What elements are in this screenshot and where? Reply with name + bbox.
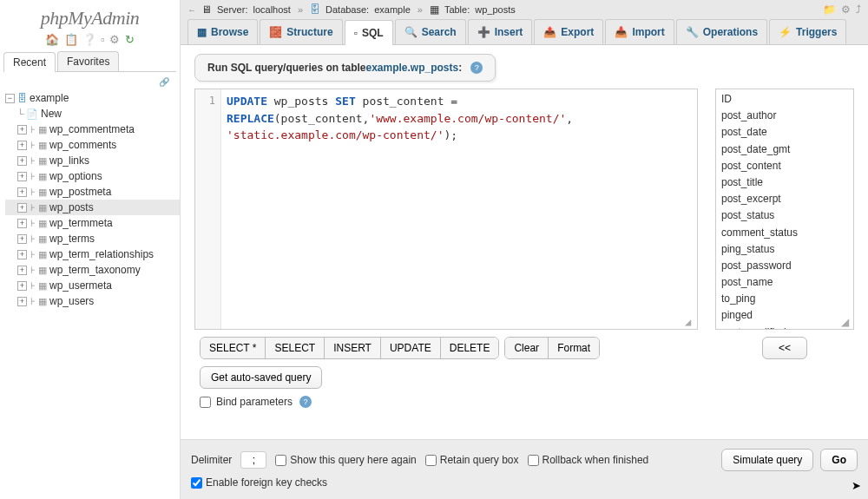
home-icon[interactable]: 🏠 xyxy=(45,33,59,46)
expand-icon[interactable]: + xyxy=(17,250,27,259)
sql-tool-buttons: Clear Format xyxy=(504,337,600,359)
bc-gear-icon[interactable]: ⚙ xyxy=(841,3,851,16)
side-tab-favorites[interactable]: Favorites xyxy=(57,51,119,71)
tree-line: ⊦ xyxy=(30,187,36,198)
editor-code[interactable]: UPDATE wp_posts SET post_content = REPLA… xyxy=(221,89,697,329)
tab-browse[interactable]: ▦Browse xyxy=(187,19,258,44)
help-sidebar-icon[interactable]: ❔ xyxy=(82,33,96,46)
tree-table[interactable]: +⊦▦wp_links xyxy=(5,153,180,168)
expand-icon[interactable]: + xyxy=(17,203,27,213)
column-option[interactable]: ping_status xyxy=(721,241,848,258)
retain-checkbox[interactable] xyxy=(425,455,437,466)
tab-structure[interactable]: 🧱Structure xyxy=(260,19,342,44)
tree-table-label: wp_comments xyxy=(49,139,116,151)
column-option[interactable]: comment_status xyxy=(721,225,848,241)
show-again-checkbox[interactable] xyxy=(275,455,286,466)
tab-insert[interactable]: ➕Insert xyxy=(468,19,533,44)
expand-icon[interactable]: + xyxy=(17,234,27,244)
bind-params-checkbox[interactable] xyxy=(200,397,211,408)
column-option[interactable]: post_author xyxy=(721,108,848,124)
exit-icon[interactable]: 📋 xyxy=(64,33,78,46)
tree-table[interactable]: +⊦▦wp_postmeta xyxy=(5,184,180,200)
bc-back-icon[interactable]: ← xyxy=(187,5,196,15)
column-option[interactable]: post_status xyxy=(721,207,848,224)
column-insert-button[interactable]: << xyxy=(762,337,807,359)
table-icon: ▦ xyxy=(38,187,47,198)
help-icon[interactable]: ? xyxy=(470,62,483,74)
columns-list[interactable]: IDpost_authorpost_datepost_date_gmtpost_… xyxy=(715,89,854,330)
column-option[interactable]: post_content xyxy=(721,158,848,174)
column-option[interactable]: post_password xyxy=(721,258,848,274)
simulate-button[interactable]: Simulate query xyxy=(721,449,813,471)
tree-table[interactable]: +⊦▦wp_comments xyxy=(5,137,180,153)
bc-table[interactable]: wp_posts xyxy=(475,4,515,15)
resize-handle-icon[interactable]: ◢ xyxy=(841,317,852,327)
table-icon: ▦ xyxy=(38,155,47,167)
query-header-target[interactable]: example.wp_posts xyxy=(365,62,458,74)
tree-table[interactable]: +⊦▦wp_termmeta xyxy=(5,215,180,231)
gear-icon[interactable]: ⚙ xyxy=(109,33,120,46)
tree-table[interactable]: +⊦▦wp_term_relationships xyxy=(5,246,180,262)
expand-icon[interactable]: + xyxy=(17,187,27,197)
select-button[interactable]: SELECT xyxy=(266,338,325,358)
tree-table[interactable]: +⊦▦wp_terms xyxy=(5,231,180,246)
rollback-checkbox[interactable] xyxy=(528,455,539,466)
reload-icon[interactable]: ↻ xyxy=(125,33,135,46)
auto-saved-button[interactable]: Get auto-saved query xyxy=(200,366,322,389)
link-icon[interactable]: 🔗 xyxy=(0,77,180,87)
collapse-icon[interactable]: − xyxy=(5,94,15,103)
tree-new[interactable]: └ 📄 New xyxy=(5,106,180,121)
expand-icon[interactable]: + xyxy=(17,125,27,135)
expand-icon[interactable]: + xyxy=(17,172,27,181)
table-icon: ▦ xyxy=(38,124,47,135)
content: Run SQL query/queries on table example.w… xyxy=(181,45,868,439)
expand-icon[interactable]: + xyxy=(17,281,27,291)
bc-star-icon[interactable]: 📁 xyxy=(823,3,836,16)
tab-label: SQL xyxy=(362,27,384,39)
column-option[interactable]: to_ping xyxy=(721,291,848,307)
column-option[interactable]: post_modified xyxy=(721,325,848,330)
expand-icon[interactable]: + xyxy=(17,219,27,228)
column-option[interactable]: post_date xyxy=(721,124,848,141)
column-option[interactable]: post_title xyxy=(721,174,848,191)
select-star-button[interactable]: SELECT * xyxy=(201,338,266,358)
column-option[interactable]: post_excerpt xyxy=(721,191,848,207)
column-option[interactable]: post_date_gmt xyxy=(721,141,848,158)
column-option[interactable]: ID xyxy=(721,91,848,108)
expand-icon[interactable]: + xyxy=(17,141,27,150)
tab-search[interactable]: 🔍Search xyxy=(395,19,466,44)
tab-sql[interactable]: ▫SQL xyxy=(345,20,393,45)
format-button[interactable]: Format xyxy=(549,338,599,358)
delimiter-input[interactable] xyxy=(240,451,266,469)
column-option[interactable]: post_name xyxy=(721,274,848,291)
tree-table[interactable]: +⊦▦wp_posts xyxy=(5,200,180,215)
insert-button[interactable]: INSERT xyxy=(325,338,381,358)
expand-icon[interactable]: + xyxy=(17,297,27,306)
expand-icon[interactable]: + xyxy=(17,156,27,166)
bc-server[interactable]: localhost xyxy=(253,4,290,15)
sql-sidebar-icon[interactable]: ▫ xyxy=(101,33,105,46)
clear-button[interactable]: Clear xyxy=(505,338,549,358)
help-icon[interactable]: ? xyxy=(299,396,312,408)
go-button[interactable]: Go xyxy=(820,449,858,471)
delete-button[interactable]: DELETE xyxy=(441,338,499,358)
fk-checkbox[interactable] xyxy=(191,477,202,489)
side-tab-recent[interactable]: Recent xyxy=(3,52,56,72)
expand-icon[interactable]: + xyxy=(17,266,27,275)
tree-table[interactable]: +⊦▦wp_users xyxy=(5,293,180,309)
tab-triggers[interactable]: ⚡Triggers xyxy=(769,19,846,44)
sql-editor[interactable]: 1 UPDATE wp_posts SET post_content = REP… xyxy=(194,89,698,330)
tree-table[interactable]: +⊦▦wp_options xyxy=(5,168,180,184)
tree-db[interactable]: − 🗄 example xyxy=(5,90,180,106)
tree-table[interactable]: +⊦▦wp_term_taxonomy xyxy=(5,262,180,278)
tab-import[interactable]: 📥Import xyxy=(605,19,674,44)
tab-operations[interactable]: 🔧Operations xyxy=(676,19,767,44)
tree-table[interactable]: +⊦▦wp_commentmeta xyxy=(5,121,180,137)
resize-handle-icon[interactable]: ◢ xyxy=(685,317,695,327)
bc-db[interactable]: example xyxy=(374,4,411,15)
column-option[interactable]: pinged xyxy=(721,307,848,324)
update-button[interactable]: UPDATE xyxy=(381,338,441,358)
tree-table[interactable]: +⊦▦wp_usermeta xyxy=(5,278,180,293)
tab-export[interactable]: 📤Export xyxy=(534,19,603,44)
bc-exit-icon[interactable]: ⤴ xyxy=(856,3,861,16)
